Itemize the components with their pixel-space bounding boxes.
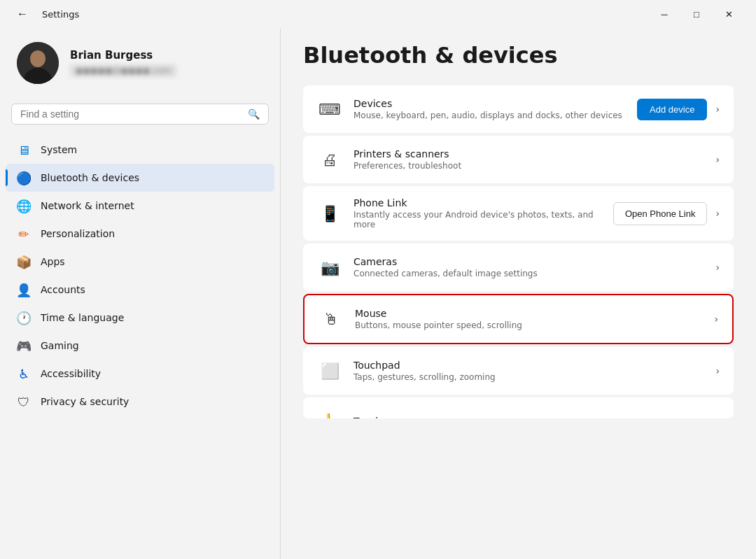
settings-card-phonelink: 📱 Phone Link Instantly access your Andro… [303, 186, 734, 241]
nav-icon-gaming: 🎮 [17, 339, 31, 353]
settings-action-cameras: › [715, 262, 720, 273]
chevron-icon-printers: › [715, 154, 720, 165]
maximize-button[interactable]: □ [680, 3, 713, 25]
sidebar-item-apps[interactable]: 📦 Apps [6, 248, 274, 276]
search-box: 🔍 [11, 104, 269, 125]
settings-card-devices: ⌨ Devices Mouse, keyboard, pen, audio, d… [303, 85, 734, 133]
settings-subtitle-devices: Mouse, keyboard, pen, audio, displays an… [354, 111, 626, 120]
app-title: Settings [42, 9, 79, 20]
nav-label-accessibility: Accessibility [41, 368, 101, 379]
sidebar-item-system[interactable]: 🖥 System [6, 136, 274, 164]
open-phone-link-button[interactable]: Open Phone Link [613, 202, 707, 225]
settings-subtitle-mouse: Buttons, mouse pointer speed, scrolling [355, 320, 703, 330]
settings-card-touch: 👆 Touch › [303, 397, 734, 418]
settings-subtitle-phonelink: Instantly access your Android device's p… [354, 210, 602, 229]
settings-text-phonelink: Phone Link Instantly access your Android… [354, 197, 602, 229]
sidebar-item-bluetooth[interactable]: 🔵 Bluetooth & devices [6, 164, 274, 192]
nav-list: 🖥 System 🔵 Bluetooth & devices 🌐 Network… [0, 136, 280, 416]
settings-title-touch: Touch [354, 416, 704, 418]
settings-icon-devices: ⌨ [317, 97, 342, 122]
settings-icon-printers: 🖨 [317, 147, 342, 172]
settings-title-devices: Devices [354, 98, 626, 109]
settings-card-printers: 🖨 Printers & scanners Preferences, troub… [303, 136, 734, 183]
page-title: Bluetooth & devices [303, 42, 734, 69]
settings-card-mouse: 🖱 Mouse Buttons, mouse pointer speed, sc… [303, 294, 734, 344]
settings-title-printers: Printers & scanners [354, 148, 704, 160]
settings-row-printers[interactable]: 🖨 Printers & scanners Preferences, troub… [303, 136, 734, 183]
sidebar-item-personalization[interactable]: ✏ Personalization [6, 220, 274, 248]
settings-row-mouse[interactable]: 🖱 Mouse Buttons, mouse pointer speed, sc… [304, 295, 732, 343]
settings-text-touchpad: Touchpad Taps, gestures, scrolling, zoom… [354, 360, 704, 382]
settings-subtitle-printers: Preferences, troubleshoot [354, 161, 704, 171]
settings-row-devices[interactable]: ⌨ Devices Mouse, keyboard, pen, audio, d… [303, 85, 734, 133]
settings-action-mouse: › [714, 313, 718, 325]
back-button[interactable]: ← [11, 3, 34, 25]
sidebar-item-network[interactable]: 🌐 Network & internet [6, 192, 274, 220]
chevron-icon-cameras: › [715, 262, 720, 273]
settings-icon-cameras: 📷 [317, 255, 342, 280]
sidebar-item-privacy[interactable]: 🛡 Privacy & security [6, 388, 274, 416]
user-email: ●●●●●@●●●●.com [70, 64, 176, 77]
settings-title-cameras: Cameras [354, 256, 704, 267]
nav-label-personalization: Personalization [41, 228, 115, 239]
settings-text-printers: Printers & scanners Preferences, trouble… [354, 148, 704, 171]
sidebar-item-accessibility[interactable]: ♿ Accessibility [6, 360, 274, 388]
window-controls: ─ □ ✕ [648, 3, 745, 25]
close-button[interactable]: ✕ [713, 3, 745, 25]
title-bar-left: ← Settings [11, 3, 79, 25]
settings-subtitle-cameras: Connected cameras, default image setting… [354, 269, 704, 278]
chevron-icon-mouse: › [714, 313, 718, 325]
sidebar: Brian Burgess ●●●●●@●●●●.com 🔍 🖥 System … [0, 28, 280, 559]
settings-title-phonelink: Phone Link [354, 197, 602, 208]
nav-label-accounts: Accounts [41, 284, 85, 295]
settings-action-printers: › [715, 154, 720, 165]
nav-label-system: System [41, 144, 77, 155]
app-body: Brian Burgess ●●●●●@●●●●.com 🔍 🖥 System … [0, 28, 756, 559]
title-bar: ← Settings ─ □ ✕ [0, 0, 756, 28]
add-device-button[interactable]: Add device [637, 99, 707, 120]
nav-icon-bluetooth: 🔵 [17, 171, 31, 185]
settings-icon-mouse: 🖱 [318, 306, 344, 332]
nav-label-apps: Apps [41, 256, 65, 267]
settings-icon-phonelink: 📱 [317, 201, 342, 226]
nav-icon-privacy: 🛡 [17, 395, 31, 409]
chevron-icon-phonelink: › [715, 208, 720, 219]
settings-action-touch: › [715, 416, 720, 418]
svg-point-1 [30, 50, 46, 67]
nav-label-privacy: Privacy & security [41, 396, 129, 407]
minimize-button[interactable]: ─ [648, 3, 680, 25]
nav-icon-accessibility: ♿ [17, 367, 31, 381]
settings-title-touchpad: Touchpad [354, 360, 704, 371]
settings-row-touchpad[interactable]: ⬜ Touchpad Taps, gestures, scrolling, zo… [303, 347, 734, 395]
settings-row-phonelink[interactable]: 📱 Phone Link Instantly access your Andro… [303, 186, 734, 241]
settings-text-cameras: Cameras Connected cameras, default image… [354, 256, 704, 278]
settings-text-touch: Touch [354, 416, 704, 418]
search-input[interactable] [20, 108, 242, 120]
user-profile: Brian Burgess ●●●●●@●●●●.com [0, 28, 280, 98]
nav-label-network: Network & internet [41, 200, 134, 211]
avatar [17, 42, 59, 84]
chevron-icon-devices: › [715, 104, 720, 115]
search-icon: 🔍 [248, 108, 260, 120]
settings-row-cameras[interactable]: 📷 Cameras Connected cameras, default ima… [303, 243, 734, 291]
user-info: Brian Burgess ●●●●●@●●●●.com [70, 49, 176, 77]
settings-action-phonelink: Open Phone Link › [613, 202, 720, 225]
settings-icon-touchpad: ⬜ [317, 358, 342, 383]
settings-icon-touch: 👆 [317, 409, 342, 418]
nav-label-time: Time & language [41, 312, 124, 323]
settings-action-touchpad: › [715, 365, 720, 376]
settings-text-mouse: Mouse Buttons, mouse pointer speed, scro… [355, 308, 703, 330]
main-content: Bluetooth & devices ⌨ Devices Mouse, key… [281, 28, 756, 559]
nav-icon-accounts: 👤 [17, 283, 31, 297]
settings-title-mouse: Mouse [355, 308, 703, 319]
sidebar-item-time[interactable]: 🕐 Time & language [6, 304, 274, 332]
chevron-icon-touchpad: › [715, 365, 720, 376]
settings-card-touchpad: ⬜ Touchpad Taps, gestures, scrolling, zo… [303, 347, 734, 395]
settings-list: ⌨ Devices Mouse, keyboard, pen, audio, d… [303, 85, 734, 418]
settings-action-devices: Add device › [637, 99, 720, 120]
settings-row-touch[interactable]: 👆 Touch › [303, 397, 734, 418]
user-name: Brian Burgess [70, 49, 176, 62]
sidebar-item-gaming[interactable]: 🎮 Gaming [6, 332, 274, 360]
sidebar-item-accounts[interactable]: 👤 Accounts [6, 276, 274, 304]
nav-label-bluetooth: Bluetooth & devices [41, 172, 139, 183]
